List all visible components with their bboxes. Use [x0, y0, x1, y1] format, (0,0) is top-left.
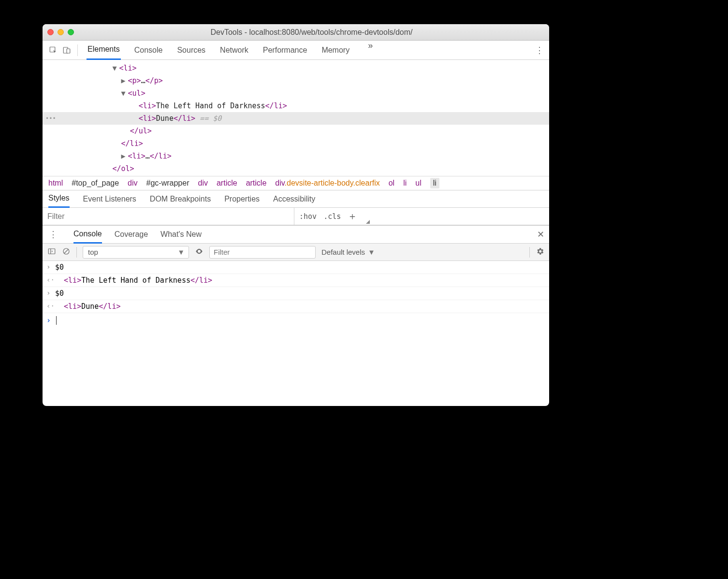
console-toolbar: top ▼ Default levels ▼ — [43, 244, 549, 261]
tab-elements[interactable]: Elements — [87, 41, 121, 60]
dom-node[interactable]: </li> — [43, 137, 549, 150]
dom-node[interactable]: <li>The Left Hand of Darkness</li> — [43, 100, 549, 112]
settings-kebab-icon[interactable]: ⋮ — [534, 45, 545, 56]
tab-performance[interactable]: Performance — [262, 41, 308, 60]
subtab-accessibility[interactable]: Accessibility — [273, 190, 315, 208]
crumb[interactable]: li — [403, 179, 407, 188]
output-chevron-icon: ‹· — [46, 276, 55, 284]
dom-node[interactable]: ▼<ul> — [43, 87, 549, 100]
main-toolbar: Elements Console Sources Network Perform… — [43, 41, 549, 60]
dom-node[interactable]: </ul> — [43, 125, 549, 137]
dom-node[interactable]: ▶<p>…</p> — [43, 74, 549, 87]
crumb[interactable]: ul — [415, 179, 421, 188]
input-chevron-icon: › — [46, 289, 55, 297]
crumb[interactable]: ol — [389, 179, 394, 188]
dom-node[interactable]: ▼<li> — [43, 62, 549, 74]
resize-corner-icon[interactable] — [364, 208, 371, 225]
crumb[interactable]: #gc-wrapper — [146, 179, 189, 188]
dom-node-selected[interactable]: ••• <li>Dune</li> == $0 — [43, 112, 549, 125]
output-chevron-icon: ‹· — [46, 302, 55, 310]
gutter-dots-icon[interactable]: ••• — [45, 112, 56, 125]
console-settings-icon[interactable] — [536, 247, 544, 257]
console-row[interactable]: › $0 — [43, 261, 549, 274]
crumb[interactable]: div — [198, 179, 208, 188]
subtab-dom-breakpoints[interactable]: DOM Breakpoints — [150, 190, 211, 208]
subtab-event-listeners[interactable]: Event Listeners — [83, 190, 136, 208]
toolbar-divider — [77, 44, 78, 56]
crumb[interactable]: article — [217, 179, 237, 188]
main-tabs: Elements Console Sources Network Perform… — [87, 41, 534, 60]
execution-context-select[interactable]: top ▼ — [83, 246, 189, 259]
chevron-down-icon: ▼ — [368, 248, 375, 256]
console-row[interactable]: › $0 — [43, 287, 549, 300]
drawer-close-icon[interactable]: ✕ — [537, 229, 544, 240]
titlebar: DevTools - localhost:8080/web/tools/chro… — [43, 24, 549, 41]
subtab-properties[interactable]: Properties — [224, 190, 260, 208]
zoom-window-button[interactable] — [68, 29, 74, 35]
console-filter-input[interactable] — [209, 246, 316, 259]
console-row[interactable]: ‹· <li>Dune</li> — [43, 300, 549, 313]
minimize-window-button[interactable] — [58, 29, 64, 35]
chevron-down-icon: ▼ — [177, 248, 185, 256]
close-window-button[interactable] — [47, 29, 54, 35]
text-caret — [56, 316, 57, 325]
crumb-current[interactable]: li — [430, 178, 439, 188]
clear-console-icon[interactable] — [62, 247, 71, 257]
crumb[interactable]: div — [128, 179, 137, 188]
prompt-chevron-icon: › — [46, 316, 55, 325]
drawer-tabs: ⋮ Console Coverage What's New ✕ — [43, 225, 549, 244]
more-tabs-icon[interactable]: » — [363, 41, 378, 60]
elements-dom-tree[interactable]: ▼<li> ▶<p>…</p> ▼<ul> <li>The Left Hand … — [43, 60, 549, 176]
crumb[interactable]: article — [246, 179, 267, 188]
drawer-kebab-icon[interactable]: ⋮ — [47, 229, 59, 240]
new-style-rule-icon[interactable]: ＋ — [348, 210, 357, 223]
console-output[interactable]: › $0 ‹· <li>The Left Hand of Darkness</l… — [43, 261, 549, 406]
hov-toggle[interactable]: :hov — [299, 212, 317, 221]
styles-toolbar: :hov .cls ＋ — [43, 208, 549, 225]
console-sidebar-toggle-icon[interactable] — [47, 247, 56, 257]
subtab-styles[interactable]: Styles — [48, 190, 70, 208]
svg-rect-2 — [67, 49, 70, 53]
drawer-tab-whats-new[interactable]: What's New — [160, 225, 202, 244]
window-controls — [47, 29, 74, 35]
drawer-tab-console[interactable]: Console — [73, 225, 102, 244]
crumb[interactable]: div.devsite-article-body.clearfix — [275, 179, 379, 188]
context-label: top — [88, 248, 98, 256]
input-chevron-icon: › — [46, 263, 55, 271]
window-title: DevTools - localhost:8080/web/tools/chro… — [79, 28, 544, 37]
dom-node[interactable]: ▶<li>…</li> — [43, 150, 549, 162]
log-levels-select[interactable]: Default levels ▼ — [321, 248, 375, 256]
drawer-tab-coverage[interactable]: Coverage — [115, 225, 148, 244]
tab-network[interactable]: Network — [219, 41, 249, 60]
console-prompt[interactable]: › — [43, 313, 549, 328]
dom-node[interactable]: </ol> — [43, 162, 549, 175]
svg-point-8 — [199, 251, 200, 252]
svg-marker-5 — [52, 251, 53, 252]
dom-breadcrumb[interactable]: html #top_of_page div #gc-wrapper div ar… — [43, 176, 549, 190]
elements-subtabs: Styles Event Listeners DOM Breakpoints P… — [43, 190, 549, 208]
console-row[interactable]: ‹· <li>The Left Hand of Darkness</li> — [43, 274, 549, 287]
svg-line-7 — [64, 249, 68, 253]
tab-memory[interactable]: Memory — [320, 41, 350, 60]
tab-console[interactable]: Console — [133, 41, 164, 60]
styles-filter-input[interactable] — [43, 208, 294, 225]
inspect-element-icon[interactable] — [46, 46, 60, 55]
cls-toggle[interactable]: .cls — [323, 212, 341, 221]
devtools-window: DevTools - localhost:8080/web/tools/chro… — [43, 24, 549, 406]
tab-sources[interactable]: Sources — [176, 41, 206, 60]
crumb[interactable]: #top_of_page — [72, 179, 119, 188]
crumb[interactable]: html — [48, 179, 63, 188]
device-toolbar-icon[interactable] — [60, 46, 73, 55]
live-expression-icon[interactable] — [195, 247, 204, 257]
